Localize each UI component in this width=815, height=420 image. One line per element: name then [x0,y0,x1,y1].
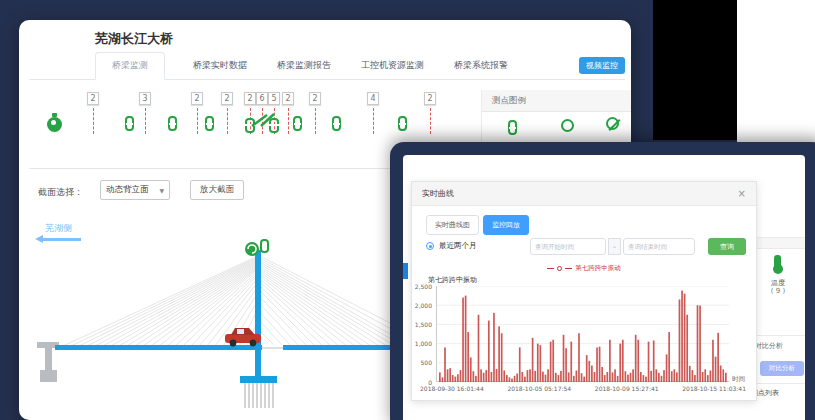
sensor-dropline [315,108,316,134]
y-tick-label: 2,000 [410,302,432,309]
sensor-count-badge: 2 [244,92,256,105]
radio-label: 最近两个月 [439,241,477,251]
section-select[interactable]: 动态背立面 ▼ [100,180,170,200]
link-sensor-icon[interactable] [293,116,302,131]
query-button[interactable]: 查询 [708,238,746,255]
legend-dot-icon [557,266,562,271]
query-end-time-input[interactable] [623,238,695,255]
blue-marker [403,263,408,279]
close-icon[interactable]: × [738,189,746,199]
sensor-count-badge: 2 [191,92,203,105]
x-tick-label: 2018-10-15 11:03:41 [682,385,746,392]
video-feed-placeholder [653,0,737,140]
sensor-count-badge: 2 [87,92,99,105]
legend-line-icon [547,268,554,269]
x-tick-label: 2018-09-30 16:01:44 [420,385,484,392]
sensor-count-badge: 2 [282,92,294,105]
y-tick-label: 1,500 [410,321,432,328]
tab-playback[interactable]: 监控回放 [483,215,529,235]
chart-legend[interactable]: 第七跨跨中振动 [412,264,756,273]
gps-sensor-icon [245,240,268,256]
link-legend-icon [508,120,517,135]
legend-label: 第七跨跨中振动 [575,264,621,273]
sensor-count-badge: 2 [424,92,436,105]
dialog-title: 实时曲线 [422,188,454,199]
y-tick-label: 500 [410,359,432,366]
joint-meter-sensor-icon[interactable] [245,112,279,134]
pylon-pile-foundation [245,383,273,408]
point-legend-title: 测点图例 [482,90,631,112]
bridge-deck [55,345,431,350]
sensor-dropline [197,108,198,134]
tab-bar: 桥梁监测 桥梁实时数据 桥梁监测报告 工控机资源监测 桥梁系统报警 [95,54,511,80]
compare-analysis-title: 对比分析 [755,341,783,351]
video-monitor-button[interactable]: 视频监控 [579,57,625,74]
link-sensor-icon[interactable] [398,116,407,131]
sensor-dropline [373,108,374,134]
enlarge-section-button[interactable]: 放大截面 [190,180,244,200]
x-axis-title: 时间 [732,375,745,384]
sensor-count-badge: 4 [367,92,379,105]
page-title: 芜湖长江大桥 [95,30,173,48]
sensor-count-badge: 3 [139,92,151,105]
dialog-tab-bar: 实时曲线图 监控回放 [426,215,533,235]
sensor-dropline [288,108,289,134]
x-axis-labels: 2018-09-30 16:01:442018-10-05 05:17:5420… [420,385,746,392]
y-tick-label: 1,000 [410,340,432,347]
chevron-down-icon: ▼ [159,187,164,194]
bridge-schematic [19,238,431,420]
link-sensor-icon[interactable] [125,116,134,131]
y-tick-label: 2,500 [410,283,432,290]
bridge-side-label: 芜湖侧 [45,222,72,235]
ban-legend-icon [606,117,619,130]
sensor-count-badge: 2 [309,92,321,105]
chart-title: 第七跨跨中振动 [428,275,477,285]
background-window-fragment [737,0,815,146]
clock-sensor-icon[interactable] [47,117,62,132]
sensor-count-badge: 2 [221,92,233,105]
section-select-label: 截面选择： [38,186,83,199]
sensor-dropline [227,108,228,134]
tab-system-alarm[interactable]: 桥梁系统报警 [452,59,510,80]
tab-realtime-curve[interactable]: 实时曲线图 [426,215,479,235]
compare-analysis-button[interactable]: 对比分析 [760,361,804,376]
link-sensor-icon[interactable] [205,116,214,131]
vibration-chart [436,286,728,382]
circle-legend-icon [561,119,574,132]
tab-ipc-resource[interactable]: 工控机资源监测 [359,59,426,80]
link-sensor-icon[interactable] [168,116,177,131]
time-range-separator: - [608,238,621,255]
dialog-header: 实时曲线 × [412,182,756,206]
popup-window-content: 温度 ( 9 ) 对比分析 对比分析 测点列表 实时曲线 × 实时曲线图 监控回… [403,155,805,420]
thermometer-icon[interactable] [774,255,781,268]
section-select-value: 动态背立面 [106,184,149,196]
x-tick-label: 2018-10-05 05:17:54 [507,385,571,392]
sensor-dropline [93,108,94,134]
sensor-count-badge: 6 [256,92,268,105]
radio-last-two-months[interactable] [426,242,434,250]
query-start-time-input[interactable] [530,238,606,255]
temperature-count: ( 9 ) [763,287,793,295]
chart-canvas [437,286,729,382]
tab-realtime-data[interactable]: 桥梁实时数据 [191,59,249,80]
bridge-pylon [255,250,261,378]
tab-bridge-monitoring[interactable]: 桥梁监测 [95,52,165,80]
legend-line-icon [565,268,572,269]
realtime-curve-dialog: 实时曲线 × 实时曲线图 监控回放 最近两个月 - 查询 第七跨跨中振动 第七跨… [411,181,757,401]
pylon-cap [240,376,277,383]
sensor-count-badge: 5 [268,92,280,105]
tab-monitoring-report[interactable]: 桥梁监测报告 [275,59,333,80]
popup-window: 温度 ( 9 ) 对比分析 对比分析 测点列表 实时曲线 × 实时曲线图 监控回… [390,142,815,420]
link-sensor-icon[interactable] [332,116,341,131]
x-tick-label: 2018-10-09 15:27:41 [595,385,659,392]
sensor-dropline [145,108,146,134]
sensor-dropline [430,108,431,134]
